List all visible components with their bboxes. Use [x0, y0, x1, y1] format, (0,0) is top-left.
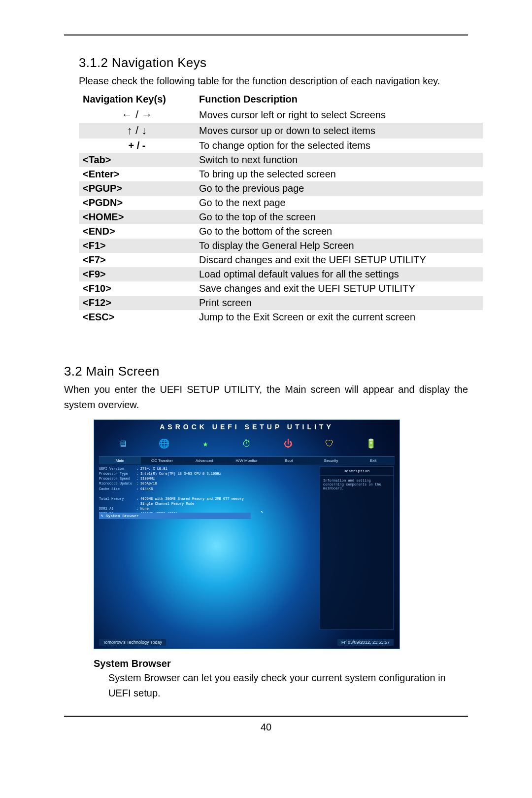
bottom-rule	[64, 716, 468, 717]
uefi-tab-boot: Boot	[268, 457, 310, 464]
table-row: <F9>Load optimal default values for all …	[79, 267, 483, 281]
nav-desc-cell: Load optimal default values for all the …	[195, 267, 483, 281]
nav-desc-cell: Moves cursor left or right to select Scr…	[195, 107, 483, 123]
heading-3-1-2: 3.1.2 Navigation Keys	[79, 55, 468, 70]
nav-desc-cell: Discard changes and exit the UEFI SETUP …	[195, 253, 483, 267]
uefi-screenshot: ASROCK UEFI SETUP UTILITY 🖥 🌐 ★ ⏱ ⏻ 🛡 🔋 …	[94, 419, 468, 649]
nav-desc-cell: To display the General Help Screen	[195, 239, 483, 253]
nav-desc-cell: To bring up the selected screen	[195, 167, 483, 181]
uefi-info-line: Total Memory : 4096MB with 256MB Shared …	[99, 496, 316, 501]
table-row: <PGDN>Go to the next page	[79, 196, 483, 210]
cursor-icon: ↖	[261, 509, 264, 515]
uefi-info-line: Single-Channel Memory Mode	[99, 501, 316, 506]
th-desc: Function Description	[195, 92, 483, 107]
nav-key-cell: <END>	[79, 224, 195, 239]
nav-desc-cell: Go to the top of the screen	[195, 210, 483, 224]
manual-page: 3.1.2 Navigation Keys Please check the f…	[0, 0, 532, 798]
intro-3-2: When you enter the UEFI SETUP UTILITY, t…	[64, 382, 468, 413]
nav-key-cell: <Tab>	[79, 153, 195, 167]
nav-desc-cell: Go to the next page	[195, 196, 483, 210]
heading-3-2: 3.2 Main Screen	[64, 364, 468, 379]
exit-icon: 🔋	[362, 435, 380, 452]
boot-icon: ⏻	[279, 435, 297, 452]
nav-desc-cell: To change option for the selected items	[195, 139, 483, 153]
uefi-icon-row: 🖥 🌐 ★ ⏱ ⏻ 🛡 🔋	[114, 435, 380, 452]
uefi-tab-h-w-monitor: H/W Monitor	[226, 457, 268, 464]
nav-desc-cell: Moves cursor up or down to select items	[195, 123, 483, 139]
nav-desc-cell: Jump to the Exit Screen or exit the curr…	[195, 310, 483, 324]
uefi-title: ASROCK UEFI SETUP UTILITY	[94, 423, 399, 431]
nav-key-cell: <F12>	[79, 296, 195, 310]
table-row: <F10>Save changes and exit the UEFI SETU…	[79, 281, 483, 296]
uefi-info-line: Cache Size : 6144KB	[99, 486, 316, 491]
table-row: ↑ / ↓Moves cursor up or down to select i…	[79, 123, 483, 139]
table-row: <F12>Print screen	[79, 296, 483, 310]
navigation-keys-table: Navigation Key(s) Function Description ←…	[79, 92, 483, 324]
uefi-description-panel: Description Information and setting conc…	[320, 466, 394, 630]
uefi-footer-datetime: Fri 03/09/2012, 21:53:57	[337, 639, 394, 646]
nav-key-cell: <F7>	[79, 253, 195, 267]
table-row: <PGUP>Go to the previous page	[79, 181, 483, 196]
th-keys: Navigation Key(s)	[79, 92, 195, 107]
table-row: <END>Go to the bottom of the screen	[79, 224, 483, 239]
system-browser-body: System Browser can let you easily check …	[108, 670, 468, 701]
oc-tweaker-icon: 🌐	[155, 435, 173, 452]
nav-desc-cell: Print screen	[195, 296, 483, 310]
table-row: <Enter>To bring up the selected screen	[79, 167, 483, 181]
table-row: + / -To change option for the selected i…	[79, 139, 483, 153]
uefi-info-line: UEFI Version : Z75~. X L0.01	[99, 466, 316, 471]
nav-key-cell: <PGUP>	[79, 181, 195, 196]
uefi-info-line: Microcode Update : 306A0/10	[99, 481, 316, 486]
nav-desc-cell: Switch to next function	[195, 153, 483, 167]
uefi-tab-oc-tweaker: OC Tweaker	[141, 457, 184, 464]
uefi-tab-exit: Exit	[352, 457, 395, 464]
uefi-info-line: Processor Type : Intel(R) Core(TM) i5 3~…	[99, 471, 316, 476]
nav-key-cell: ← / →	[79, 107, 195, 123]
uefi-side-body: Information and setting concerning compo…	[320, 476, 393, 493]
table-row: <Tab>Switch to next function	[79, 153, 483, 167]
page-number: 40	[64, 722, 468, 733]
hw-monitor-icon: ⏱	[238, 435, 256, 452]
table-row: <ESC>Jump to the Exit Screen or exit the…	[79, 310, 483, 324]
top-rule	[64, 35, 468, 35]
nav-key-cell: ↑ / ↓	[79, 123, 195, 139]
main-icon: 🖥	[114, 435, 132, 452]
nav-desc-cell: Go to the previous page	[195, 181, 483, 196]
nav-desc-cell: Save changes and exit the UEFI SETUP UTI…	[195, 281, 483, 296]
table-row: <F7>Discard changes and exit the UEFI SE…	[79, 253, 483, 267]
uefi-system-browser-row: ✎ System Browser	[99, 513, 251, 519]
uefi-info-line: DDR3_A1 : None	[99, 506, 316, 511]
nav-desc-cell: Go to the bottom of the screen	[195, 224, 483, 239]
uefi-info-line: Processor Speed : 3100MHz	[99, 476, 316, 481]
table-row: <F1>To display the General Help Screen	[79, 239, 483, 253]
nav-key-cell: <F9>	[79, 267, 195, 281]
system-browser-heading: System Browser	[94, 658, 468, 669]
advanced-icon: ★	[197, 435, 214, 452]
nav-key-cell: <ESC>	[79, 310, 195, 324]
uefi-info-line	[99, 491, 316, 496]
uefi-info-panel: UEFI Version : Z75~. X L0.01Processor Ty…	[99, 466, 316, 516]
intro-3-1-2: Please check the following table for the…	[79, 73, 468, 89]
uefi-tab-security: Security	[310, 457, 353, 464]
nav-key-cell: <PGDN>	[79, 196, 195, 210]
uefi-tab-bar: MainOC TweakerAdvancedH/W MonitorBootSec…	[99, 456, 395, 465]
nav-key-cell: <F10>	[79, 281, 195, 296]
uefi-footer-tagline: Tomorrow's Technology Today	[99, 639, 166, 646]
nav-key-cell: <F1>	[79, 239, 195, 253]
table-row: ← / →Moves cursor left or right to selec…	[79, 107, 483, 123]
nav-key-cell: <Enter>	[79, 167, 195, 181]
uefi-tab-main: Main	[99, 457, 141, 464]
nav-key-cell: <HOME>	[79, 210, 195, 224]
table-row: <HOME>Go to the top of the screen	[79, 210, 483, 224]
uefi-tab-advanced: Advanced	[183, 457, 226, 464]
nav-key-cell: + / -	[79, 139, 195, 153]
security-icon: 🛡	[321, 435, 338, 452]
uefi-side-title: Description	[320, 467, 393, 476]
